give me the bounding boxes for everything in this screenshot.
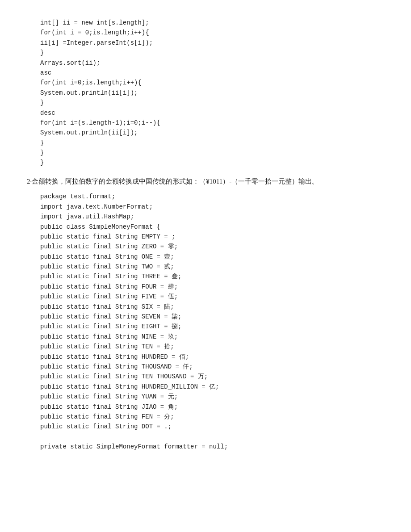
code-line: } [40,48,384,58]
code-line: public static final String JIAO = 角; [40,402,384,412]
code-line: private static SimpleMoneyFormat formatt… [40,442,384,452]
code-line: package test.format; [40,192,384,201]
code-block-2: package test.format; import java.text.Nu… [40,192,384,452]
code-line: public class SimpleMoneyFormat { [40,222,384,232]
code-line: for(int i=(s.length-1);i=0;i--){ [40,118,384,128]
code-line: public static final String TEN_THOUSAND … [40,372,384,381]
code-line: public static final String EIGHT = 捌; [40,322,384,331]
code-line: public static final String SIX = 陆; [40,302,384,312]
code-line: } [40,138,384,148]
section2-description: 2·金额转换，阿拉伯数字的金额转换成中国传统的形式如：（¥1011）-（一千零一… [27,176,384,188]
code-line: System.out.println(ii[i]); [40,88,384,98]
code-line: for(int i = 0;is.length;i++){ [40,28,384,38]
code-line: public static final String NINE = 玖; [40,332,384,342]
code-line: public static final String TEN = 拾; [40,342,384,352]
code-line: } [40,158,384,168]
code-line: public static final String HUNDRED = 佰; [40,352,384,362]
code-line: int[] ii = new int[s.length]; [40,18,384,28]
code-line: } [40,98,384,108]
code-line: import java.text.NumberFormat; [40,202,384,212]
code-line: public static final String DOT = .; [40,422,384,431]
code-line: desc [40,108,384,118]
code-line: ii[i] =Integer.parseInt(s[i]); [40,38,384,48]
code-block-1: int[] ii = new int[s.length]; for(int i … [40,18,384,168]
code-line: for(int i=0;is.length;i++){ [40,78,384,88]
code-line: public static final String YUAN = 元; [40,392,384,402]
code-line: Arrays.sort(ii); [40,58,384,68]
code-line: } [40,148,384,158]
code-line: public static final String TWO = 贰; [40,262,384,272]
code-line [40,432,384,442]
code-line: public static final String SEVEN = 柒; [40,312,384,322]
code-line: public static final String FEN = 分; [40,412,384,422]
code-line: System.out.println(ii[i]); [40,128,384,138]
code-line: public static final String ZERO = 零; [40,242,384,251]
code-line: asc [40,68,384,78]
code-line: public static final String THOUSAND = 仟; [40,362,384,372]
code-line: public static final String EMPTY = ; [40,232,384,242]
code-line: import java.util.HashMap; [40,212,384,222]
code-line: public static final String ONE = 壹; [40,252,384,262]
code-line: public static final String FOUR = 肆; [40,282,384,292]
code-line: public static final String FIVE = 伍; [40,292,384,302]
code-line: public static final String HUNDRED_MILLI… [40,382,384,392]
code-line: public static final String THREE = 叁; [40,272,384,281]
